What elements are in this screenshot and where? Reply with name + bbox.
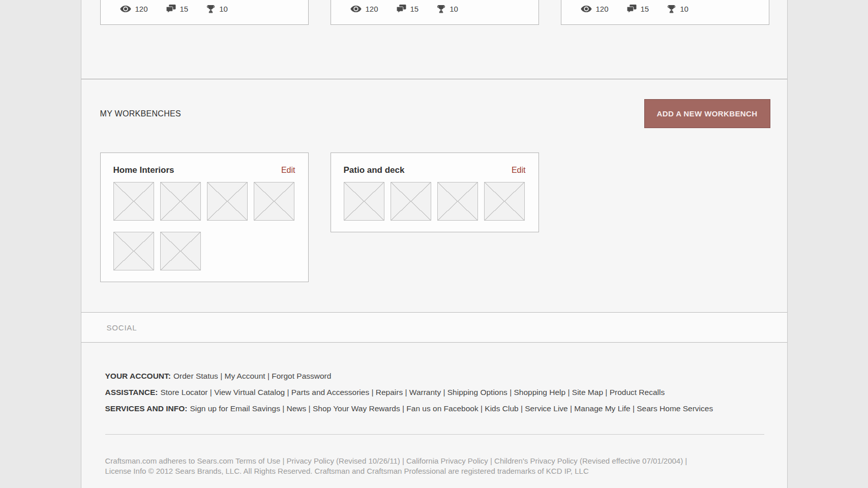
workbench-card: Patio and deck Edit: [331, 152, 539, 232]
footer-link[interactable]: Service Live: [525, 404, 567, 413]
link-separator: |: [369, 388, 376, 396]
trophy-icon: [437, 5, 445, 13]
project-card[interactable]: 120 15 10: [561, 0, 769, 25]
comments-icon: [397, 5, 406, 13]
footer-link[interactable]: Repairs: [376, 388, 403, 396]
image-placeholder: [254, 182, 294, 221]
my-workbenches-section: MY WORKBENCHES ADD A NEW WORKBENCH Home …: [81, 79, 787, 312]
workbench-thumbnails: [113, 182, 295, 270]
link-separator: |: [280, 404, 287, 413]
footer-link[interactable]: View Virtual Catalog: [214, 388, 285, 396]
footer-link[interactable]: Shop Your Way Rewards: [313, 404, 400, 413]
footer-link[interactable]: Sears Home Services: [637, 404, 713, 413]
section-title: MY WORKBENCHES: [100, 109, 181, 118]
footer-link[interactable]: Site Map: [572, 388, 603, 396]
workbench-thumbnails: [344, 182, 526, 221]
social-label: SOCIAL: [107, 323, 137, 332]
image-placeholder: [160, 182, 201, 221]
project-cards-section: 120 15 10: [81, 0, 787, 79]
link-separator: |: [568, 404, 575, 413]
comments-count: 15: [410, 5, 419, 13]
footer-link-groups: YOUR ACCOUNT:Order Status | My Account |…: [105, 368, 764, 417]
footer-link[interactable]: Sign up for Email Savings: [190, 404, 280, 413]
legal-line-2: License Info © 2012 Sears Brands, LLC. A…: [105, 466, 764, 476]
comments-stat: 15: [397, 5, 419, 13]
image-placeholder: [437, 182, 478, 221]
footer-group-label: YOUR ACCOUNT:: [105, 372, 171, 380]
footer-link-group: ASSISTANCE:Store Locator | View Virtual …: [105, 384, 764, 401]
trophy-icon: [206, 5, 215, 13]
workbench-card-header: Home Interiors Edit: [113, 165, 295, 175]
workbench-title: Home Interiors: [113, 165, 174, 175]
footer-link[interactable]: Parts and Accessories: [291, 388, 369, 396]
views-stat: 120: [581, 5, 609, 13]
image-placeholder: [484, 182, 525, 221]
footer-link[interactable]: Product Recalls: [610, 388, 665, 396]
workbench-edit-link[interactable]: Edit: [281, 166, 295, 175]
footer-link[interactable]: Store Locator: [160, 388, 207, 396]
trophies-stat: 10: [437, 5, 458, 13]
footer-link[interactable]: Manage My Life: [574, 404, 630, 413]
image-placeholder: [160, 232, 201, 270]
footer-link[interactable]: Kids Club: [485, 404, 518, 413]
footer-link[interactable]: News: [287, 404, 307, 413]
legal-text: Craftsman.com adheres to Sears.com Terms…: [105, 456, 764, 476]
comments-count: 15: [180, 5, 189, 13]
link-separator: |: [478, 404, 485, 413]
footer-link[interactable]: Order Status: [173, 372, 218, 380]
footer-link[interactable]: Shopping Help: [514, 388, 565, 396]
comments-stat: 15: [166, 5, 189, 13]
link-separator: |: [565, 388, 572, 396]
project-card[interactable]: 120 15 10: [331, 0, 539, 25]
trophies-count: 10: [450, 5, 458, 13]
link-separator: |: [519, 404, 525, 413]
footer-link[interactable]: Shipping Options: [447, 388, 507, 396]
social-section-header[interactable]: SOCIAL: [81, 312, 787, 343]
comments-icon: [627, 5, 637, 13]
image-placeholder: [113, 232, 154, 270]
link-separator: |: [207, 388, 214, 396]
footer-group-label: ASSISTANCE:: [105, 388, 158, 396]
footer-link[interactable]: My Account: [224, 372, 265, 380]
views-count: 120: [135, 5, 148, 13]
link-separator: |: [403, 388, 409, 396]
footer-group-label: SERVICES AND INFO:: [105, 404, 188, 413]
workbench-title: Patio and deck: [344, 165, 405, 175]
footer-link-group: SERVICES AND INFO:Sign up for Email Savi…: [105, 401, 764, 417]
link-separator: |: [306, 404, 313, 413]
comments-icon: [166, 5, 176, 13]
footer-link[interactable]: Forgot Password: [272, 372, 331, 380]
trophies-count: 10: [680, 5, 689, 13]
footer-link[interactable]: Warranty: [409, 388, 441, 396]
link-separator: |: [631, 404, 637, 413]
image-placeholder: [344, 182, 384, 221]
views-count: 120: [596, 5, 609, 13]
page: 120 15 10: [0, 0, 868, 488]
link-separator: |: [218, 372, 225, 380]
trophies-count: 10: [219, 5, 228, 13]
workbench-cards-row: Home Interiors Edit Patio and deck Edit: [100, 152, 770, 282]
workbench-edit-link[interactable]: Edit: [512, 166, 526, 175]
link-separator: |: [400, 404, 407, 413]
workbench-section-header: MY WORKBENCHES ADD A NEW WORKBENCH: [100, 99, 770, 128]
workbench-card-header: Patio and deck Edit: [344, 165, 526, 175]
link-separator: |: [603, 388, 610, 396]
link-separator: |: [441, 388, 447, 396]
footer-divider: [105, 434, 764, 435]
eye-icon: [581, 5, 592, 13]
trophies-stat: 10: [667, 5, 689, 13]
image-placeholder: [207, 182, 248, 221]
legal-line-1: Craftsman.com adheres to Sears.com Terms…: [105, 456, 764, 466]
add-workbench-button[interactable]: ADD A NEW WORKBENCH: [644, 99, 770, 128]
link-separator: |: [285, 388, 291, 396]
workbench-card: Home Interiors Edit: [100, 152, 309, 282]
project-card[interactable]: 120 15 10: [100, 0, 309, 25]
views-stat: 120: [350, 5, 378, 13]
trophies-stat: 10: [206, 5, 228, 13]
views-stat: 120: [120, 5, 148, 13]
footer: YOUR ACCOUNT:Order Status | My Account |…: [81, 343, 787, 476]
eye-icon: [120, 5, 131, 13]
eye-icon: [350, 5, 362, 13]
image-placeholder: [113, 182, 154, 221]
footer-link[interactable]: Fan us on Facebook: [406, 404, 478, 413]
